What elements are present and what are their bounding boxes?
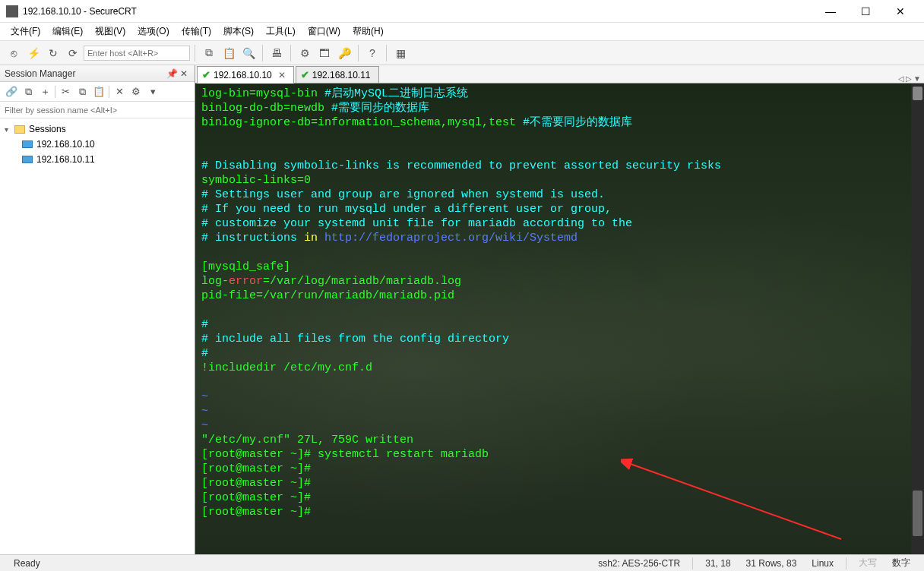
terminal-line: # Settings user and group are ignored wh… — [201, 188, 918, 202]
connected-icon: ✔ — [202, 69, 210, 80]
terminal[interactable]: log-bin=mysql-bin #启动MySQL二进制日志系统binlog-… — [195, 84, 924, 554]
terminal-line: # customize your systemd unit file for m… — [201, 216, 918, 231]
scroll-thumb[interactable] — [913, 87, 922, 100]
terminal-line: # Disabling symbolic-links is recommende… — [201, 159, 918, 173]
host-input[interactable] — [84, 46, 190, 61]
minimize-button[interactable]: — — [813, 0, 848, 23]
menu-options[interactable]: 选项(O) — [131, 24, 175, 39]
terminal-line — [201, 303, 918, 317]
session-icon — [21, 139, 33, 150]
find-icon[interactable]: 🔍 — [239, 44, 258, 62]
sm-cut-icon[interactable]: ✂ — [57, 84, 74, 100]
maximize-button[interactable]: ☐ — [848, 0, 883, 23]
main-toolbar: ⎋ ⚡ ↻ ⟳ ⧉ 📋 🔍 🖶 ⚙ 🗔 🔑 ? ▦ — [0, 41, 924, 65]
terminal-line: log-error=/var/log/mariadb/mariadb.log — [201, 274, 918, 289]
key-icon[interactable]: 🔑 — [335, 44, 353, 62]
menubar: 文件(F) 编辑(E) 视图(V) 选项(O) 传输(T) 脚本(S) 工具(L… — [0, 23, 924, 41]
session-manager-toolbar: 🔗 ⧉ ＋ ✂ ⧉ 📋 ✕ ⚙ ▾ — [0, 82, 195, 102]
properties-icon[interactable]: 🗔 — [315, 44, 334, 62]
toolbar-separator — [195, 45, 195, 62]
toolbar-separator — [386, 45, 387, 62]
sm-dropdown-icon[interactable]: ▾ — [144, 84, 161, 100]
terminal-line — [201, 375, 918, 390]
menu-script[interactable]: 脚本(S) — [217, 24, 260, 39]
main-area: Session Manager 📌 ✕ 🔗 ⧉ ＋ ✂ ⧉ 📋 ✕ ⚙ ▾ ▾ … — [0, 65, 924, 554]
reconnect-icon[interactable]: ↻ — [44, 44, 62, 62]
scroll-thumb[interactable] — [913, 491, 922, 536]
connect-icon[interactable]: ⎋ — [5, 44, 23, 62]
sm-paste-icon[interactable]: 📋 — [90, 84, 107, 100]
tab-label: 192.168.10.11 — [312, 70, 371, 80]
terminal-line: [mysqld_safe] — [201, 260, 918, 274]
status-connection: ssh2: AES-256-CTR — [590, 558, 688, 569]
session-manager-title: Session Manager — [5, 68, 166, 79]
sm-delete-icon[interactable]: ✕ — [111, 84, 128, 100]
tab-list-icon[interactable]: ▼ — [913, 74, 921, 83]
session-label: 192.168.10.10 — [36, 139, 95, 150]
window-controls: — ☐ ✕ — [813, 0, 918, 23]
terminal-line: [root@master ~]# systemctl restart maria… — [201, 447, 918, 462]
session-item[interactable]: 192.168.10.11 — [0, 152, 195, 167]
terminal-line: "/etc/my.cnf" 27L, 759C written — [201, 433, 918, 447]
terminal-line: !includedir /etc/my.cnf.d — [201, 361, 918, 375]
terminal-line: binlog-do-db=newdb #需要同步的数据库 — [201, 101, 918, 115]
tab-prev-icon[interactable]: ◁ — [898, 74, 904, 83]
sm-connect-icon[interactable]: 🔗 — [3, 84, 20, 100]
menu-window[interactable]: 窗口(W) — [302, 24, 346, 39]
copy-icon[interactable]: ⧉ — [200, 44, 218, 62]
toolbar-separator — [358, 45, 359, 62]
folder-icon — [14, 124, 26, 134]
tree-label: Sessions — [29, 124, 66, 134]
connected-icon: ✔ — [301, 69, 309, 80]
menu-transfer[interactable]: 传输(T) — [176, 24, 217, 39]
tab-close-icon[interactable]: ✕ — [278, 70, 286, 80]
terminal-line: # — [201, 346, 918, 361]
status-separator — [692, 557, 693, 569]
settings-icon[interactable]: ⚙ — [296, 44, 314, 62]
window-title: 192.168.10.10 - SecureCRT — [23, 6, 813, 17]
tab-next-icon[interactable]: ▷ — [906, 74, 912, 83]
terminal-line: ~ — [201, 404, 918, 418]
menu-file[interactable]: 文件(F) — [5, 24, 46, 39]
terminal-content[interactable]: log-bin=mysql-bin #启动MySQL二进制日志系统binlog-… — [195, 84, 924, 554]
sm-new-icon[interactable]: ＋ — [36, 84, 53, 100]
separator — [109, 86, 109, 98]
tab-active[interactable]: ✔ 192.168.10.10 ✕ — [197, 66, 294, 84]
terminal-scrollbar[interactable] — [911, 84, 924, 554]
session-item[interactable]: 192.168.10.10 — [0, 137, 195, 152]
terminal-line: [root@master ~]# — [201, 491, 918, 505]
panel-close-icon[interactable]: ✕ — [178, 68, 190, 79]
expand-arrow-icon[interactable]: ▾ — [5, 125, 14, 134]
menu-edit[interactable]: 编辑(E) — [46, 24, 89, 39]
session-icon — [21, 154, 33, 165]
session-filter-input[interactable] — [0, 102, 195, 118]
terminal-line: # instructions in http://fedoraproject.o… — [201, 231, 918, 245]
session-label: 192.168.10.11 — [36, 154, 95, 165]
status-numlock: 数字 — [884, 557, 918, 569]
sm-properties-icon[interactable]: ⚙ — [128, 84, 144, 100]
help-icon[interactable]: ? — [363, 44, 381, 62]
print-icon[interactable]: 🖶 — [267, 44, 286, 62]
quickconnect-icon[interactable]: ⚡ — [24, 44, 43, 62]
tree-root-sessions[interactable]: ▾ Sessions — [0, 121, 195, 137]
separator — [55, 86, 55, 98]
menu-tools[interactable]: 工具(L) — [260, 24, 302, 39]
tab-label: 192.168.10.10 — [214, 70, 272, 80]
sessionmanager-icon[interactable]: ▦ — [391, 44, 410, 62]
pin-icon[interactable]: 📌 — [166, 68, 178, 79]
sm-newtab-icon[interactable]: ⧉ — [20, 84, 36, 100]
sm-copy-icon[interactable]: ⧉ — [74, 84, 90, 100]
close-button[interactable]: ✕ — [883, 0, 918, 23]
status-ready: Ready — [6, 558, 48, 569]
terminal-line: # If you need to run mysqld under a diff… — [201, 202, 918, 216]
menu-view[interactable]: 视图(V) — [89, 24, 131, 39]
terminal-line: binlog-ignore-db=information_schema,mysq… — [201, 115, 918, 130]
status-os: Linux — [804, 558, 841, 569]
paste-icon[interactable]: 📋 — [220, 44, 238, 62]
status-capslock: 大写 — [851, 557, 884, 569]
tab-inactive[interactable]: ✔ 192.168.10.11 — [296, 66, 379, 83]
menu-help[interactable]: 帮助(H) — [346, 24, 390, 39]
disconnect-icon[interactable]: ⟳ — [64, 44, 82, 62]
terminal-line: # — [201, 317, 918, 332]
terminal-line: symbolic-links=0 — [201, 173, 918, 188]
